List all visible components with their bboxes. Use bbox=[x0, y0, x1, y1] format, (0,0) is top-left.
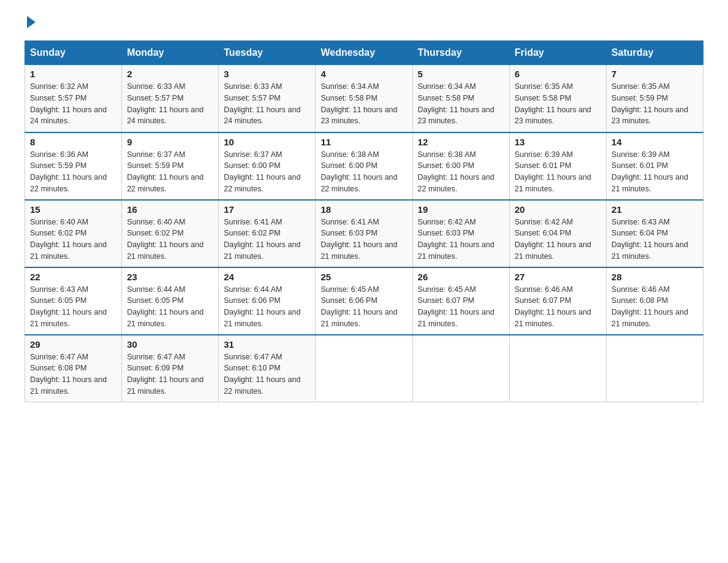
day-number: 8 bbox=[30, 137, 116, 147]
day-info: Sunrise: 6:39 AM Sunset: 6:01 PM Dayligh… bbox=[612, 149, 698, 195]
day-info: Sunrise: 6:37 AM Sunset: 5:59 PM Dayligh… bbox=[127, 149, 213, 195]
calendar-table: SundayMondayTuesdayWednesdayThursdayFrid… bbox=[25, 40, 703, 402]
day-number: 29 bbox=[30, 339, 116, 350]
day-info: Sunrise: 6:42 AM Sunset: 6:03 PM Dayligh… bbox=[418, 216, 504, 262]
day-info: Sunrise: 6:39 AM Sunset: 6:01 PM Dayligh… bbox=[515, 149, 601, 195]
day-number: 30 bbox=[127, 339, 213, 350]
calendar-day-cell: 20 Sunrise: 6:42 AM Sunset: 6:04 PM Dayl… bbox=[509, 200, 606, 267]
day-header-sunday: Sunday bbox=[25, 41, 122, 65]
calendar-day-cell: 7 Sunrise: 6:35 AM Sunset: 5:59 PM Dayli… bbox=[606, 65, 703, 132]
day-info: Sunrise: 6:44 AM Sunset: 6:05 PM Dayligh… bbox=[127, 284, 213, 330]
day-number: 10 bbox=[224, 137, 310, 147]
day-info: Sunrise: 6:45 AM Sunset: 6:07 PM Dayligh… bbox=[418, 284, 504, 330]
calendar-day-cell: 8 Sunrise: 6:36 AM Sunset: 5:59 PM Dayli… bbox=[25, 132, 122, 200]
calendar-day-cell: 1 Sunrise: 6:32 AM Sunset: 5:57 PM Dayli… bbox=[25, 65, 122, 132]
day-number: 4 bbox=[320, 69, 407, 79]
day-number: 19 bbox=[418, 204, 504, 215]
day-number: 18 bbox=[320, 204, 407, 215]
day-number: 2 bbox=[127, 69, 213, 79]
day-number: 14 bbox=[612, 137, 698, 147]
day-info: Sunrise: 6:33 AM Sunset: 5:57 PM Dayligh… bbox=[127, 81, 213, 127]
calendar-day-cell: 16 Sunrise: 6:40 AM Sunset: 6:02 PM Dayl… bbox=[122, 200, 219, 267]
calendar-day-cell: 3 Sunrise: 6:33 AM Sunset: 5:57 PM Dayli… bbox=[219, 65, 316, 132]
calendar-day-cell: 6 Sunrise: 6:35 AM Sunset: 5:58 PM Dayli… bbox=[509, 65, 606, 132]
day-info: Sunrise: 6:41 AM Sunset: 6:03 PM Dayligh… bbox=[320, 216, 407, 262]
day-info: Sunrise: 6:43 AM Sunset: 6:04 PM Dayligh… bbox=[612, 216, 698, 262]
day-number: 11 bbox=[320, 137, 407, 147]
day-info: Sunrise: 6:47 AM Sunset: 6:10 PM Dayligh… bbox=[224, 351, 310, 397]
day-number: 3 bbox=[224, 69, 310, 79]
calendar-day-cell: 14 Sunrise: 6:39 AM Sunset: 6:01 PM Dayl… bbox=[606, 132, 703, 200]
day-info: Sunrise: 6:42 AM Sunset: 6:04 PM Dayligh… bbox=[515, 216, 601, 262]
day-info: Sunrise: 6:34 AM Sunset: 5:58 PM Dayligh… bbox=[418, 81, 504, 127]
day-info: Sunrise: 6:44 AM Sunset: 6:06 PM Dayligh… bbox=[224, 284, 310, 330]
day-number: 9 bbox=[127, 137, 213, 147]
calendar-day-cell: 26 Sunrise: 6:45 AM Sunset: 6:07 PM Dayl… bbox=[412, 267, 509, 335]
day-number: 28 bbox=[612, 272, 698, 282]
calendar-day-cell: 21 Sunrise: 6:43 AM Sunset: 6:04 PM Dayl… bbox=[606, 200, 703, 267]
day-number: 31 bbox=[224, 339, 310, 350]
calendar-day-cell: 10 Sunrise: 6:37 AM Sunset: 6:00 PM Dayl… bbox=[219, 132, 316, 200]
calendar-day-cell: 5 Sunrise: 6:34 AM Sunset: 5:58 PM Dayli… bbox=[412, 65, 509, 132]
day-header-monday: Monday bbox=[122, 41, 219, 65]
calendar-day-cell: 27 Sunrise: 6:46 AM Sunset: 6:07 PM Dayl… bbox=[509, 267, 606, 335]
day-number: 27 bbox=[515, 272, 601, 282]
day-number: 15 bbox=[30, 204, 116, 215]
calendar-day-cell: 31 Sunrise: 6:47 AM Sunset: 6:10 PM Dayl… bbox=[219, 335, 316, 402]
day-info: Sunrise: 6:47 AM Sunset: 6:09 PM Dayligh… bbox=[127, 351, 213, 397]
calendar-day-cell: 30 Sunrise: 6:47 AM Sunset: 6:09 PM Dayl… bbox=[122, 335, 219, 402]
day-info: Sunrise: 6:35 AM Sunset: 5:59 PM Dayligh… bbox=[612, 81, 698, 127]
day-headers-row: SundayMondayTuesdayWednesdayThursdayFrid… bbox=[25, 41, 703, 65]
calendar-day-cell bbox=[509, 335, 606, 402]
calendar-day-cell: 19 Sunrise: 6:42 AM Sunset: 6:03 PM Dayl… bbox=[412, 200, 509, 267]
calendar-day-cell: 15 Sunrise: 6:40 AM Sunset: 6:02 PM Dayl… bbox=[25, 200, 122, 267]
calendar-day-cell: 23 Sunrise: 6:44 AM Sunset: 6:05 PM Dayl… bbox=[122, 267, 219, 335]
calendar-day-cell: 28 Sunrise: 6:46 AM Sunset: 6:08 PM Dayl… bbox=[606, 267, 703, 335]
calendar-day-cell bbox=[316, 335, 412, 402]
day-header-friday: Friday bbox=[509, 41, 606, 65]
day-info: Sunrise: 6:40 AM Sunset: 6:02 PM Dayligh… bbox=[127, 216, 213, 262]
day-number: 17 bbox=[224, 204, 310, 215]
day-number: 20 bbox=[515, 204, 601, 215]
day-info: Sunrise: 6:32 AM Sunset: 5:57 PM Dayligh… bbox=[30, 81, 116, 127]
day-info: Sunrise: 6:46 AM Sunset: 6:08 PM Dayligh… bbox=[612, 284, 698, 330]
day-header-thursday: Thursday bbox=[412, 41, 509, 65]
logo bbox=[25, 18, 36, 28]
calendar-day-cell: 2 Sunrise: 6:33 AM Sunset: 5:57 PM Dayli… bbox=[122, 65, 219, 132]
day-info: Sunrise: 6:35 AM Sunset: 5:58 PM Dayligh… bbox=[515, 81, 601, 127]
day-number: 22 bbox=[30, 272, 116, 282]
calendar-day-cell bbox=[606, 335, 703, 402]
day-info: Sunrise: 6:45 AM Sunset: 6:06 PM Dayligh… bbox=[320, 284, 407, 330]
day-info: Sunrise: 6:37 AM Sunset: 6:00 PM Dayligh… bbox=[224, 149, 310, 195]
day-info: Sunrise: 6:47 AM Sunset: 6:08 PM Dayligh… bbox=[30, 351, 116, 397]
day-number: 23 bbox=[127, 272, 213, 282]
calendar-day-cell bbox=[412, 335, 509, 402]
logo-arrow-icon bbox=[27, 16, 36, 28]
calendar-day-cell: 29 Sunrise: 6:47 AM Sunset: 6:08 PM Dayl… bbox=[25, 335, 122, 402]
day-header-saturday: Saturday bbox=[606, 41, 703, 65]
day-number: 6 bbox=[515, 69, 601, 79]
day-info: Sunrise: 6:38 AM Sunset: 6:00 PM Dayligh… bbox=[320, 149, 407, 195]
calendar-week-row: 1 Sunrise: 6:32 AM Sunset: 5:57 PM Dayli… bbox=[25, 65, 703, 132]
day-number: 1 bbox=[30, 69, 116, 79]
day-info: Sunrise: 6:43 AM Sunset: 6:05 PM Dayligh… bbox=[30, 284, 116, 330]
day-number: 21 bbox=[612, 204, 698, 215]
calendar-day-cell: 25 Sunrise: 6:45 AM Sunset: 6:06 PM Dayl… bbox=[316, 267, 412, 335]
day-number: 12 bbox=[418, 137, 504, 147]
day-info: Sunrise: 6:40 AM Sunset: 6:02 PM Dayligh… bbox=[30, 216, 116, 262]
calendar-week-row: 29 Sunrise: 6:47 AM Sunset: 6:08 PM Dayl… bbox=[25, 335, 703, 402]
calendar-day-cell: 4 Sunrise: 6:34 AM Sunset: 5:58 PM Dayli… bbox=[316, 65, 412, 132]
day-number: 25 bbox=[320, 272, 407, 282]
day-header-wednesday: Wednesday bbox=[316, 41, 412, 65]
calendar-week-row: 15 Sunrise: 6:40 AM Sunset: 6:02 PM Dayl… bbox=[25, 200, 703, 267]
day-info: Sunrise: 6:36 AM Sunset: 5:59 PM Dayligh… bbox=[30, 149, 116, 195]
day-info: Sunrise: 6:33 AM Sunset: 5:57 PM Dayligh… bbox=[224, 81, 310, 127]
day-number: 16 bbox=[127, 204, 213, 215]
page-header bbox=[25, 18, 703, 28]
day-info: Sunrise: 6:46 AM Sunset: 6:07 PM Dayligh… bbox=[515, 284, 601, 330]
day-info: Sunrise: 6:41 AM Sunset: 6:02 PM Dayligh… bbox=[224, 216, 310, 262]
calendar-day-cell: 9 Sunrise: 6:37 AM Sunset: 5:59 PM Dayli… bbox=[122, 132, 219, 200]
day-number: 13 bbox=[515, 137, 601, 147]
day-info: Sunrise: 6:38 AM Sunset: 6:00 PM Dayligh… bbox=[418, 149, 504, 195]
day-header-tuesday: Tuesday bbox=[219, 41, 316, 65]
